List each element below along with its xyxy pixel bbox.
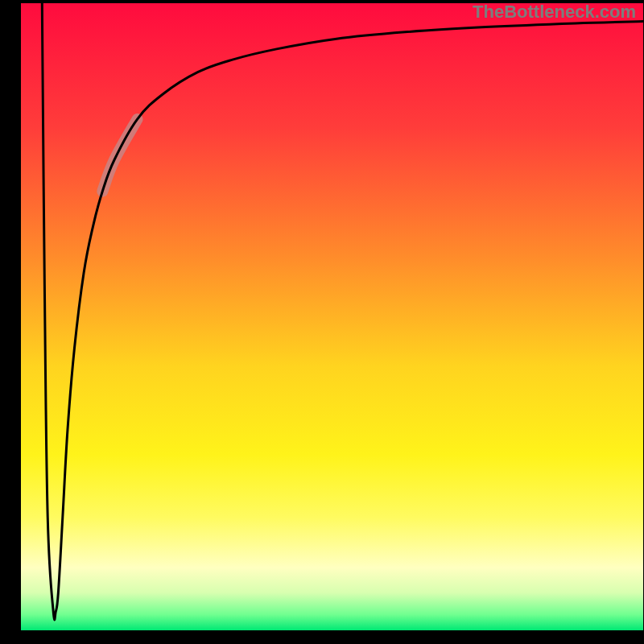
curve-overlay [21, 3, 643, 630]
bottleneck-curve [42, 3, 643, 620]
chart-frame: TheBottleneck.com [0, 0, 644, 644]
watermark-text: TheBottleneck.com [473, 2, 636, 23]
plot-area [21, 3, 643, 630]
highlight-segment [102, 119, 137, 192]
